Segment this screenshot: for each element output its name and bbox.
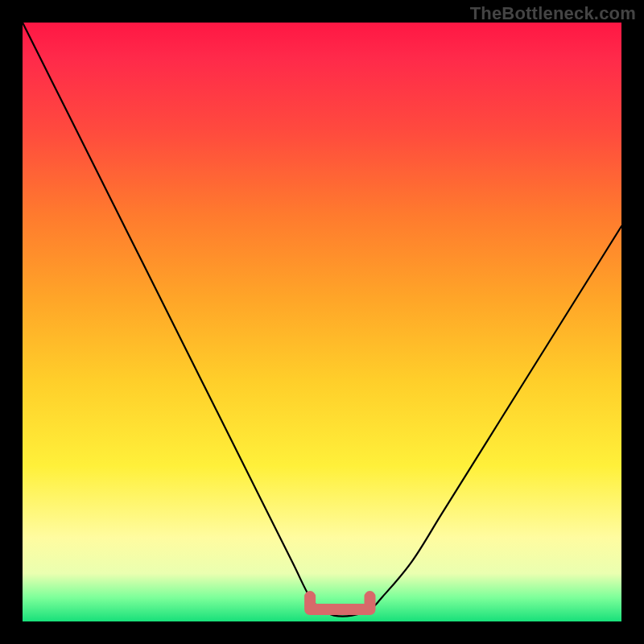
chart-frame: TheBottleneck.com <box>0 0 644 644</box>
bottleneck-curve <box>23 23 621 617</box>
plot-svg <box>23 23 621 621</box>
plot-area <box>23 23 621 621</box>
watermark-text: TheBottleneck.com <box>470 3 636 24</box>
optimal-region-marker <box>310 597 369 609</box>
